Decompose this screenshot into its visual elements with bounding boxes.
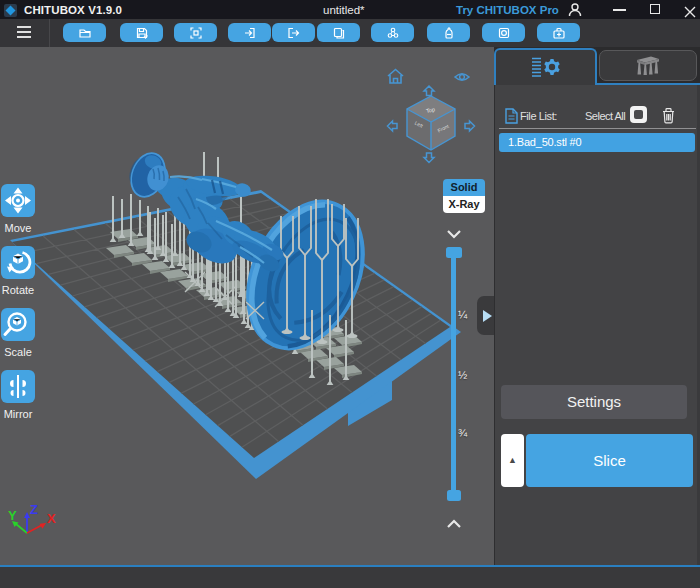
svg-text:Y: Y — [8, 508, 17, 523]
svg-text:Z: Z — [30, 502, 38, 517]
svg-text:X: X — [47, 511, 56, 526]
